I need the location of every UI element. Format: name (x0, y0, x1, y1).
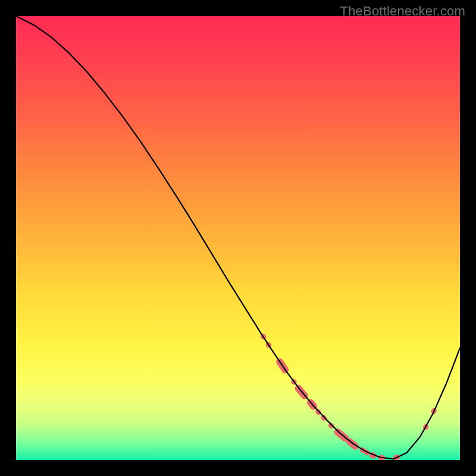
marker-layer (259, 333, 437, 460)
watermark-text: TheBottlenecker.com (340, 4, 465, 19)
chart-svg (16, 16, 460, 460)
curve-line (16, 16, 460, 459)
data-marker (327, 422, 335, 430)
chart-container: TheBottlenecker.com (0, 0, 476, 476)
plot-area (16, 16, 460, 460)
